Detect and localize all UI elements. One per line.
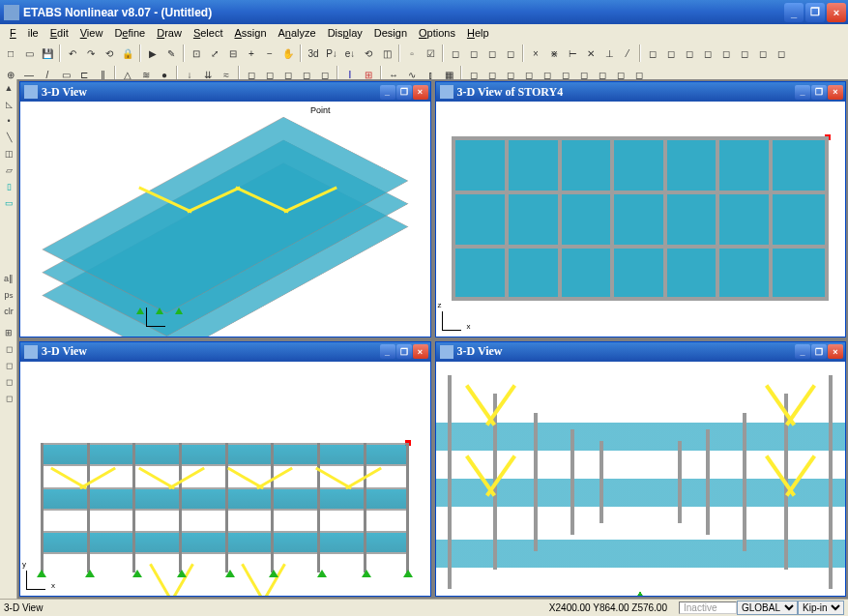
toolbar-icon[interactable]: ◻ [483,44,501,62]
lock-icon[interactable]: 🔒 [119,44,136,62]
child-titlebar[interactable]: 3-D View _ ❐ × [20,342,430,362]
menu-assign[interactable]: Assign [228,25,272,41]
zoom-out-icon[interactable]: − [261,44,278,62]
toolbar-icon[interactable]: ◻ [773,44,790,62]
child-maximize-button[interactable]: ❐ [811,344,827,359]
undo-icon[interactable]: ↶ [64,44,81,62]
menu-view[interactable]: View [74,25,109,41]
toolbar-icon[interactable]: ◻ [1,391,16,406]
draw-line-icon[interactable]: ╲ [1,130,16,145]
draw-slab-icon[interactable]: ▭ [1,195,16,211]
zoom-in-icon[interactable]: + [243,44,260,62]
minimize-button[interactable]: _ [784,3,804,22]
menu-edit[interactable]: Edit [44,25,74,41]
axis-z-label: z [438,301,442,309]
menu-display[interactable]: Display [322,25,368,41]
redo-icon[interactable]: ↷ [82,44,100,62]
snap-line-icon[interactable]: ∕ [619,44,636,62]
child-maximize-button[interactable]: ❐ [396,85,412,100]
menu-file[interactable]: File [4,25,44,41]
toolbar-icon[interactable]: ◻ [699,44,716,62]
child-minimize-button[interactable]: _ [795,85,810,100]
child-maximize-button[interactable]: ❐ [811,85,827,100]
child-minimize-button[interactable]: _ [795,344,810,359]
menu-select[interactable]: Select [188,25,229,41]
perspective-icon[interactable]: ◫ [378,44,395,62]
view-icon [440,85,453,99]
snap-intersect-icon[interactable]: ✕ [582,44,599,62]
toolbar-icon[interactable]: ◻ [717,44,735,62]
viewport-3d-elev[interactable]: x y [20,362,430,597]
child-close-button[interactable]: × [413,85,428,100]
menu-design[interactable]: Design [368,25,413,41]
toolbar-icon[interactable]: ◻ [754,44,772,62]
child-titlebar[interactable]: 3-D View _ ❐ × [436,342,846,362]
snap-end-icon[interactable]: ⊢ [564,44,581,62]
zoom-prev-icon[interactable]: ⊟ [224,44,242,62]
draw-wall-icon[interactable]: ▯ [1,179,16,194]
toolbar-row-1: □ ▭ 💾 ↶ ↷ ⟲ 🔒 ▶ ✎ ⊡ ⤢ ⊟ + − ✋ 3d P↓ e↓ ⟲… [2,43,846,64]
pointer-icon[interactable]: ▲ [1,80,16,96]
toolbar-icon[interactable]: ◻ [736,44,753,62]
open-icon[interactable]: ▭ [20,44,38,62]
viewport-story4-plan[interactable]: x z [436,102,846,337]
new-icon[interactable]: □ [2,44,19,62]
viewport-3d-persp[interactable] [436,362,846,597]
refresh-icon[interactable]: ⟲ [101,44,118,62]
set-elements-icon[interactable]: ☑ [422,44,439,62]
reshape-icon[interactable]: ◺ [1,97,16,112]
snap-perp-icon[interactable]: ⊥ [600,44,618,62]
viewport-3d-iso[interactable]: Point [20,102,430,337]
view-elev-icon[interactable]: e↓ [341,44,359,62]
child-close-button[interactable]: × [413,344,428,359]
toolbar-icon[interactable]: ◻ [465,44,482,62]
view-window-3d-persp: 3-D View _ ❐ × [435,341,847,598]
maximize-button[interactable]: ❐ [805,3,825,22]
menu-define[interactable]: Define [108,25,151,41]
zoom-window-icon[interactable]: ⊡ [188,44,205,62]
deselect-icon[interactable]: clr [1,304,16,319]
view-plan-icon[interactable]: P↓ [323,44,340,62]
toolbar-icon[interactable]: ◻ [1,374,16,390]
child-close-button[interactable]: × [828,85,843,100]
draw-area-icon[interactable]: ▱ [1,162,16,178]
status-snap-field[interactable]: Inactive [679,601,737,614]
toolbar-icon[interactable]: ◻ [644,44,661,62]
child-maximize-button[interactable]: ❐ [396,344,412,359]
toolbar-icon[interactable]: ◻ [662,44,680,62]
child-titlebar[interactable]: 3-D View _ ❐ × [20,82,430,102]
child-minimize-button[interactable]: _ [380,85,395,100]
child-titlebar[interactable]: 3-D View of STORY4 _ ❐ × [436,82,846,102]
toolbar-icon[interactable]: ◻ [1,341,16,357]
rubber-icon[interactable]: ✎ [162,44,180,62]
rotate-icon[interactable]: ⟲ [360,44,377,62]
toolbar-icon[interactable]: ◻ [1,358,16,373]
snap-mid-icon[interactable]: ⋇ [545,44,563,62]
set-view-icon[interactable]: ⊞ [1,325,16,340]
draw-frame-icon[interactable]: ◫ [1,146,16,161]
draw-point-icon[interactable]: • [1,113,16,129]
status-coord-system-select[interactable]: GLOBAL [737,601,798,615]
toolbar-icon[interactable]: ◻ [502,44,519,62]
view-3d-icon[interactable]: 3d [305,44,322,62]
child-minimize-button[interactable]: _ [380,344,395,359]
close-button[interactable]: × [827,3,846,22]
select-prev-icon[interactable]: ps [1,287,16,303]
toolbar-icon[interactable]: ◻ [447,44,464,62]
zoom-extent-icon[interactable]: ⤢ [206,44,223,62]
pan-icon[interactable]: ✋ [279,44,297,62]
child-close-button[interactable]: × [828,344,843,359]
menu-options[interactable]: Options [413,25,461,41]
menu-draw[interactable]: Draw [151,25,188,41]
save-icon[interactable]: 💾 [39,44,56,62]
object-shrink-icon[interactable]: ▫ [403,44,421,62]
status-units-select[interactable]: Kip-in [798,601,844,615]
toolbar-icon[interactable]: ◻ [681,44,698,62]
child-title-text: 3-D View [42,85,380,100]
select-all-icon[interactable]: a‖ [1,271,16,286]
view-window-3d-iso: 3-D View _ ❐ × Point [19,81,431,337]
menu-help[interactable]: Help [461,25,495,41]
menu-analyze[interactable]: Analyze [273,25,322,41]
snap-point-icon[interactable]: × [527,44,544,62]
run-icon[interactable]: ▶ [144,44,161,62]
